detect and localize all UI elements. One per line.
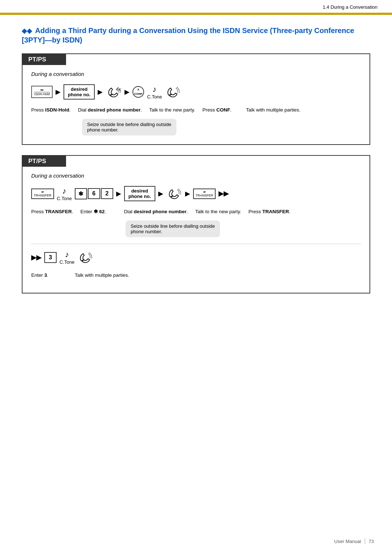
- desired-label-1: desired: [71, 86, 87, 92]
- desc-enter-star62: Enter ✱ 62.: [81, 208, 124, 215]
- footer: User Manual 73: [334, 538, 374, 544]
- arrow-2: ▶: [98, 88, 103, 96]
- desc-press-transfer-2: Press TRANSFER.: [248, 208, 298, 215]
- box-header-1: PT/PS: [23, 54, 66, 65]
- note-bubble-1: Seize outside line before dialling outsi…: [82, 119, 176, 135]
- phone-svg-3: [166, 187, 182, 200]
- main-content: ◆◆ Adding a Third Party during a Convers…: [0, 15, 392, 318]
- arrow-3: ▶: [124, 88, 130, 96]
- tone-icon-1: ♪: [152, 85, 156, 94]
- box-ptps-1: PT/PS During a conversation ▬ ISDN-Hold …: [22, 53, 370, 145]
- isdn-hold-button[interactable]: ▬ ISDN-Hold: [31, 86, 53, 98]
- star-key[interactable]: ✱: [75, 188, 87, 199]
- desc-row-1: Press ISDN-Hold. Dial desired phone numb…: [31, 107, 361, 114]
- phone-icon-3: [166, 187, 182, 200]
- ctone-label-3: C.Tone: [60, 259, 74, 265]
- box-body-1: During a conversation ▬ ISDN-Hold ▶ desi…: [23, 65, 369, 144]
- tone-icon-3: ♪: [65, 250, 69, 259]
- phone-icon-1: <<: [106, 85, 122, 98]
- conf-label: ACONF: [134, 88, 143, 96]
- key-6[interactable]: 6: [88, 188, 100, 199]
- desc-talk-new-1: Talk to the new party.: [149, 107, 203, 114]
- phone-svg-4: [77, 251, 93, 264]
- arrow-6: ▶: [185, 190, 190, 198]
- desc-dial-desired-1: Dial desired phone number.: [78, 107, 149, 114]
- note-container-2: Seize outside line before dialling outsi…: [118, 220, 361, 237]
- during-conv-2: During a conversation: [31, 173, 361, 179]
- desc-dial-desired-2: Dial desired phone number.: [124, 208, 195, 215]
- flow-row-2a: ⇄ TRANSFER ♪ C.Tone ✱ 6 2: [31, 186, 361, 201]
- box-header-2: PT/PS: [23, 156, 66, 167]
- desired-label-3: desired: [131, 188, 148, 194]
- note-container-1: Seize outside line before dialling outsi…: [75, 119, 361, 135]
- ctone-label-1: C.Tone: [147, 94, 162, 100]
- conf-item: ACONF: [132, 86, 144, 98]
- tone-icon-2: ♪: [62, 186, 66, 196]
- arrow-4: ▶: [116, 190, 121, 198]
- key-3[interactable]: 3: [44, 252, 57, 263]
- transfer-icon: ⇄: [41, 190, 44, 194]
- during-conv-1: During a conversation: [31, 71, 361, 77]
- separator: [31, 244, 361, 244]
- desc-press-isdn: Press ISDN-Hold.: [31, 107, 78, 114]
- desc-row-2b: Enter 3. Talk with multiple parties.: [31, 272, 361, 279]
- dbl-arrow-2: ▶▶: [31, 254, 41, 262]
- phone-svg-1: <<: [106, 85, 122, 98]
- ctone-item-2: ♪ C.Tone: [57, 186, 72, 201]
- desc-press-conf: Press CONF.: [203, 107, 246, 114]
- transfer-button-2[interactable]: ⇄ TRANSFER: [193, 189, 216, 199]
- transfer-item-2: ⇄ TRANSFER: [193, 189, 216, 199]
- header: 1.4 During a Conversation: [0, 0, 392, 14]
- key-row-star62: ✱ 6 2: [75, 188, 113, 199]
- transfer-label-1: TRANSFER: [34, 194, 52, 197]
- flow-row-1: ▬ ISDN-Hold ▶ desired phone no. ▶: [31, 84, 361, 100]
- isdn-hold-label: ISDN-Hold: [34, 92, 50, 96]
- desc-talk-multiple-2: Talk with multiple parties.: [75, 272, 136, 279]
- desc-press-transfer-1: Press TRANSFER.: [31, 208, 81, 215]
- page-number: 73: [369, 539, 374, 544]
- key-2[interactable]: 2: [101, 188, 113, 199]
- flow-row-2b: ▶▶ 3 ♪ C.Tone: [31, 250, 361, 265]
- box-ptps-2: PT/PS During a conversation ⇄ TRANSFER ♪: [22, 155, 370, 293]
- desired-label-4: phone no.: [128, 194, 151, 199]
- ctone-item-3: ♪ C.Tone: [60, 250, 74, 265]
- transfer-button-1[interactable]: ⇄ TRANSFER: [31, 189, 54, 199]
- section-title: 1.4 During a Conversation: [323, 4, 377, 10]
- page-title: ◆◆ Adding a Third Party during a Convers…: [22, 26, 370, 45]
- ctone-item-1: ♪ C.Tone: [147, 85, 162, 100]
- phone-icon-2: [165, 85, 181, 98]
- ctone-label-2: C.Tone: [57, 196, 72, 201]
- arrow-1: ▶: [56, 88, 61, 96]
- page: 1.4 During a Conversation ◆◆ Adding a Th…: [0, 0, 392, 555]
- page-title-text: Adding a Third Party during a Conversati…: [22, 27, 354, 44]
- box-body-2: During a conversation ⇄ TRANSFER ♪ C.Ton…: [23, 167, 369, 293]
- desc-talk-multiple-1: Talk with multiple parties.: [246, 107, 308, 114]
- desired-phone-box-2: desired phone no.: [124, 186, 155, 201]
- phone-icon-4: [77, 251, 93, 264]
- desc-talk-new-2: Talk to the new party.: [195, 208, 249, 215]
- conf-button[interactable]: ACONF: [132, 86, 144, 98]
- isdn-hold-item: ▬ ISDN-Hold: [31, 86, 53, 98]
- note-bubble-2: Seize outside line before dialling outsi…: [126, 220, 220, 237]
- diamond-icon: ◆◆: [22, 27, 32, 35]
- note-text-2: Seize outside line before dialling outsi…: [131, 223, 215, 234]
- transfer-item-1: ⇄ TRANSFER: [31, 189, 54, 199]
- desc-enter-3: Enter 3.: [31, 272, 75, 279]
- transfer-label-2: TRANSFER: [196, 194, 213, 197]
- note-text-1: Seize outside line before dialling outsi…: [87, 122, 171, 133]
- desc-row-2a: Press TRANSFER. Enter ✱ 62. Dial desired…: [31, 208, 361, 215]
- dbl-arrow-1: ▶▶: [219, 190, 229, 198]
- desired-label-2: phone no.: [68, 92, 90, 97]
- footer-divider: [365, 538, 365, 544]
- desired-phone-box-1: desired phone no.: [64, 84, 95, 100]
- phone-svg-2: [165, 85, 181, 98]
- arrow-5: ▶: [158, 190, 163, 198]
- isdn-hold-icon: ▬: [34, 88, 50, 92]
- transfer-icon-2: ⇄: [203, 190, 206, 194]
- footer-label: User Manual: [334, 539, 361, 544]
